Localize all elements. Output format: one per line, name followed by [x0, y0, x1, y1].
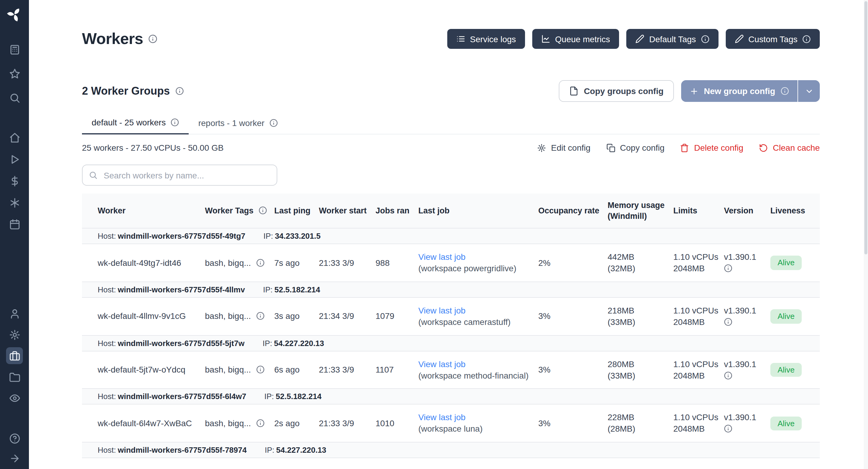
info-icon[interactable] [802, 35, 811, 43]
host-name: windmill-workers-67757d55f-78974 [118, 445, 247, 455]
list-icon [456, 34, 465, 43]
host-ip: 54.227.220.13 [274, 339, 324, 347]
col-last-job: Last job [418, 193, 538, 228]
worker-row: wk-default-6l4w7-XwBaC bash, bigq... 2s … [82, 405, 820, 442]
ip-label: IP: [264, 392, 274, 401]
info-icon[interactable] [149, 34, 158, 43]
sidebar-item-users[interactable] [6, 305, 23, 322]
view-last-job-link[interactable]: View last job [418, 251, 466, 263]
info-icon[interactable] [256, 312, 265, 320]
liveness-badge: Alive [770, 256, 802, 270]
delete-config-button[interactable]: Delete config [680, 143, 743, 153]
sidebar-item-folders[interactable] [6, 368, 23, 385]
user-icon [9, 308, 20, 319]
view-last-job-link[interactable]: View last job [418, 358, 466, 370]
arrow-right-icon [9, 452, 20, 464]
info-icon[interactable] [724, 425, 733, 433]
service-logs-button[interactable]: Service logs [447, 29, 525, 49]
liveness: Alive [770, 298, 820, 336]
worker-start: 21:33 3/9 [319, 405, 375, 442]
worker-name: wk-default-4llmv-9v1cG [82, 298, 205, 336]
sidebar-expand-button[interactable] [6, 450, 23, 467]
sidebar-item-variables[interactable] [6, 173, 23, 189]
version: v1.390.1 [724, 405, 770, 442]
view-last-job-link[interactable]: View last job [418, 305, 466, 316]
last-job: View last job (workspace camerastuff) [418, 298, 538, 336]
worker-tags: bash, bigq... [205, 405, 274, 442]
host-label: Host: [98, 339, 116, 347]
tab-default[interactable]: default - 25 workers [82, 113, 189, 134]
view-last-job-link[interactable]: View last job [418, 412, 466, 424]
info-icon[interactable] [724, 264, 733, 273]
col-worker: Worker [82, 193, 205, 228]
default-tags-button[interactable]: Default Tags [626, 29, 718, 49]
sidebar-item-runs[interactable] [6, 151, 23, 167]
table-header: Worker Worker Tags Last ping Worker star… [82, 193, 820, 228]
sidebar-item-schedules[interactable] [6, 216, 23, 233]
memory-usage: 228MB(28MB) [608, 405, 673, 442]
info-icon[interactable] [259, 206, 267, 215]
info-icon[interactable] [701, 35, 709, 43]
queue-metrics-button[interactable]: Queue metrics [532, 29, 619, 49]
sidebar-item-help[interactable] [6, 430, 23, 447]
line-chart-icon [541, 34, 550, 43]
sidebar-item-settings[interactable] [6, 326, 23, 343]
last-ping: 2s ago [274, 405, 319, 442]
info-icon[interactable] [256, 419, 265, 428]
memory-usage: 280MB(33MB) [608, 351, 673, 389]
asterisk-icon [9, 197, 20, 208]
custom-tags-button[interactable]: Custom Tags [725, 29, 820, 49]
calendar-icon [9, 219, 20, 230]
gear-icon [537, 143, 546, 152]
sidebar-item-workspace[interactable] [6, 41, 23, 58]
sidebar-item-search[interactable] [6, 89, 23, 106]
search-workers-input[interactable] [82, 164, 277, 186]
col-occupancy-rate: Occupancy rate [538, 193, 608, 228]
worker-tags: bash, bigq... [205, 351, 274, 389]
info-icon[interactable] [269, 119, 278, 127]
clean-cache-button[interactable]: Clean cache [759, 143, 820, 153]
calculator-icon [9, 44, 20, 55]
col-limits: Limits [673, 193, 724, 228]
new-group-config-dropdown-button[interactable] [798, 80, 820, 102]
copy-config-button[interactable]: Copy config [606, 143, 664, 153]
info-icon[interactable] [724, 318, 733, 326]
host-row: Host:windmill-workers-67757d55f-78974IP:… [82, 442, 820, 458]
sidebar-item-home[interactable] [6, 129, 23, 146]
sidebar-item-audit-logs[interactable] [6, 389, 23, 406]
memory-usage: 442MB(32MB) [608, 244, 673, 282]
help-circle-icon [9, 433, 20, 444]
version: v1.390.1 [724, 244, 770, 282]
limits: 1.10 vCPUs2048MB [673, 405, 724, 442]
copy-groups-config-button[interactable]: Copy groups config [558, 80, 674, 102]
host-ip: 54.227.220.13 [276, 445, 326, 455]
liveness: Alive [770, 351, 820, 389]
jobs-ran: 1079 [375, 298, 418, 336]
tab-reports[interactable]: reports - 1 worker [189, 113, 287, 134]
last-job-workspace: (workspace luna) [418, 424, 533, 435]
sidebar-item-resources[interactable] [6, 194, 23, 211]
ip-label: IP: [264, 231, 273, 241]
col-memory-usage: Memory usage (Windmill) [608, 193, 673, 228]
ip-label: IP: [262, 339, 272, 347]
trash-icon [680, 143, 689, 152]
edit-config-button[interactable]: Edit config [537, 143, 590, 153]
sidebar-item-workers[interactable] [6, 347, 23, 364]
search-icon [9, 92, 20, 103]
chevron-down-icon [804, 87, 813, 96]
info-icon[interactable] [724, 371, 733, 379]
gear-icon [9, 329, 20, 340]
windmill-logo[interactable] [6, 6, 23, 23]
info-icon[interactable] [781, 87, 789, 95]
ip-label: IP: [265, 445, 274, 455]
info-icon[interactable] [175, 87, 184, 95]
scrollbar-thumb[interactable] [864, 1, 867, 254]
new-group-config-button[interactable]: New group config [681, 80, 798, 102]
sidebar-item-favorites[interactable] [6, 65, 23, 82]
info-icon[interactable] [170, 118, 179, 127]
main-content: Workers Service logs Queue metrics [29, 0, 864, 469]
new-group-config-split-button: New group config [681, 80, 820, 102]
info-icon[interactable] [256, 258, 265, 267]
info-icon[interactable] [256, 365, 265, 374]
pinwheel-icon [7, 8, 20, 22]
